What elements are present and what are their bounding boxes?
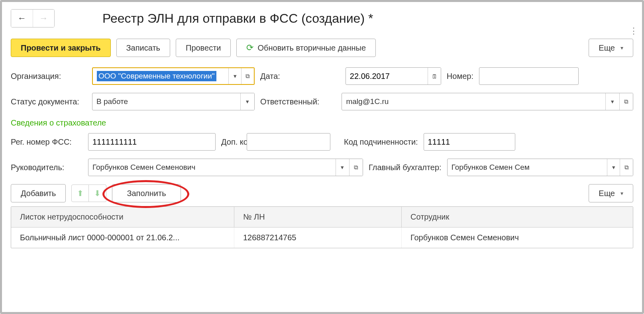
chevron-down-icon: ▾ bbox=[620, 190, 623, 196]
organization-selected-text: ООО "Современные технологии" bbox=[97, 71, 216, 81]
add-code-field[interactable] bbox=[247, 133, 330, 151]
open-icon bbox=[624, 98, 628, 105]
organization-field[interactable]: ООО "Современные технологии" ▾ bbox=[92, 67, 255, 85]
organization-label: Организация: bbox=[11, 72, 86, 81]
reg-fss-input[interactable] bbox=[88, 133, 215, 150]
reg-fss-field[interactable] bbox=[88, 133, 216, 151]
doc-status-value: В работе bbox=[92, 93, 240, 110]
chief-acc-label: Главный бухгалтер: bbox=[369, 163, 442, 172]
arrow-left-icon: ← bbox=[18, 13, 26, 24]
responsible-value: malg@1C.ru bbox=[342, 93, 605, 110]
doc-status-field[interactable]: В работе ▾ bbox=[92, 93, 255, 110]
head-value: Горбунков Семен Семенович bbox=[88, 159, 336, 176]
chief-acc-dropdown[interactable]: ▾ bbox=[607, 159, 620, 176]
post-button[interactable]: Провести bbox=[176, 39, 231, 57]
open-icon bbox=[624, 164, 629, 171]
organization-open[interactable] bbox=[241, 68, 254, 84]
move-row-group: ⬆ ⬇ bbox=[71, 184, 106, 202]
table-more-label: Еще bbox=[599, 189, 615, 198]
chevron-down-icon: ▾ bbox=[620, 45, 623, 51]
main-toolbar: Провести и закрыть Записать Провести ⟳ О… bbox=[11, 39, 633, 57]
more-button[interactable]: Еще ▾ bbox=[589, 39, 633, 57]
arrow-down-icon: ⬇ bbox=[94, 188, 101, 198]
date-input[interactable] bbox=[346, 68, 428, 84]
form-row-fss-codes: Рег. номер ФСС: Доп. код: Код подчиненно… bbox=[11, 133, 633, 151]
move-up-button[interactable]: ⬆ bbox=[71, 184, 89, 202]
calendar-icon: 🗓 bbox=[432, 73, 438, 80]
table-row[interactable]: Больничный лист 0000-000001 от 21.06.2..… bbox=[11, 228, 633, 248]
page-title: Реестр ЭЛН для отправки в ФСС (создание)… bbox=[102, 11, 373, 26]
fill-button-wrap: Заполнить bbox=[112, 184, 181, 202]
chief-acc-field[interactable]: Горбунков Семен Сем ▾ bbox=[447, 159, 633, 176]
insurer-section-header: Сведения о страхователе bbox=[11, 118, 633, 128]
cell-doc: Больничный лист 0000-000001 от 21.06.2..… bbox=[11, 228, 234, 248]
add-code-label: Доп. код: bbox=[221, 137, 241, 146]
open-icon bbox=[245, 73, 250, 80]
date-field[interactable]: 🗓 bbox=[346, 67, 441, 85]
move-down-button[interactable]: ⬇ bbox=[89, 184, 106, 202]
table-header: Листок нетрудоспособности № ЛН Сотрудник bbox=[11, 207, 633, 228]
responsible-label: Ответственный: bbox=[260, 97, 319, 106]
head-open[interactable] bbox=[349, 159, 363, 176]
number-input[interactable] bbox=[479, 68, 578, 84]
form-row-org-date: Организация: ООО "Современные технологии… bbox=[11, 67, 633, 85]
organization-value: ООО "Современные технологии" bbox=[93, 68, 228, 84]
sub-code-label: Код подчиненности: bbox=[344, 137, 418, 147]
doc-status-label: Статус документа: bbox=[11, 97, 86, 106]
fill-button[interactable]: Заполнить bbox=[112, 184, 181, 202]
arrow-up-icon: ⬆ bbox=[77, 188, 84, 198]
date-picker-button[interactable]: 🗓 bbox=[428, 68, 440, 84]
table-more-button[interactable]: Еще ▾ bbox=[589, 184, 633, 202]
doc-status-dropdown[interactable]: ▾ bbox=[240, 93, 254, 110]
add-code-input[interactable] bbox=[247, 133, 330, 150]
menu-dots-icon[interactable]: ⋮ bbox=[629, 26, 637, 36]
form-row-status-responsible: Статус документа: В работе ▾ Ответственн… bbox=[11, 93, 633, 110]
col-num[interactable]: № ЛН bbox=[234, 207, 402, 227]
refresh-icon: ⟳ bbox=[246, 43, 253, 53]
chief-acc-value: Горбунков Семен Сем bbox=[448, 159, 607, 176]
responsible-dropdown[interactable]: ▾ bbox=[605, 93, 619, 110]
cell-num: 126887214765 bbox=[234, 228, 402, 248]
head-field[interactable]: Горбунков Семен Семенович ▾ bbox=[88, 159, 363, 176]
form-window: ⋮ ← → Реестр ЭЛН для отправки в ФСС (соз… bbox=[0, 0, 644, 314]
head-label: Руководитель: bbox=[11, 163, 82, 172]
add-row-button[interactable]: Добавить bbox=[11, 184, 66, 202]
nav-history-group: ← → bbox=[11, 9, 55, 27]
responsible-open[interactable] bbox=[619, 93, 633, 110]
responsible-field[interactable]: malg@1C.ru ▾ bbox=[342, 93, 633, 110]
number-field[interactable] bbox=[479, 67, 579, 85]
arrow-right-icon: → bbox=[39, 13, 48, 24]
form-row-head-acc: Руководитель: Горбунков Семен Семенович … bbox=[11, 159, 633, 176]
nav-forward-button[interactable]: → bbox=[33, 10, 54, 27]
cell-emp: Горбунков Семен Семенович bbox=[402, 228, 633, 248]
table-toolbar: Добавить ⬆ ⬇ Заполнить Еще ▾ bbox=[11, 184, 633, 202]
date-label: Дата: bbox=[260, 72, 280, 81]
organization-dropdown[interactable]: ▾ bbox=[228, 68, 241, 84]
open-icon bbox=[354, 164, 358, 171]
number-label: Номер: bbox=[447, 72, 473, 81]
nav-back-button[interactable]: ← bbox=[11, 10, 33, 27]
sub-code-field[interactable] bbox=[424, 133, 515, 151]
topbar: ← → Реестр ЭЛН для отправки в ФСС (созда… bbox=[11, 9, 633, 27]
refresh-label: Обновить вторичные данные bbox=[257, 43, 366, 53]
col-doc[interactable]: Листок нетрудоспособности bbox=[11, 207, 234, 227]
reg-fss-label: Рег. номер ФСС: bbox=[11, 137, 82, 147]
sub-code-input[interactable] bbox=[424, 133, 515, 150]
chief-acc-open[interactable] bbox=[620, 159, 633, 176]
eln-table: Листок нетрудоспособности № ЛН Сотрудник… bbox=[11, 206, 633, 248]
head-dropdown[interactable]: ▾ bbox=[336, 159, 349, 176]
save-button[interactable]: Записать bbox=[116, 39, 170, 57]
col-emp[interactable]: Сотрудник bbox=[402, 207, 633, 227]
post-close-button[interactable]: Провести и закрыть bbox=[11, 39, 111, 57]
more-label: Еще bbox=[599, 43, 615, 53]
refresh-secondary-button[interactable]: ⟳ Обновить вторичные данные bbox=[236, 39, 376, 57]
